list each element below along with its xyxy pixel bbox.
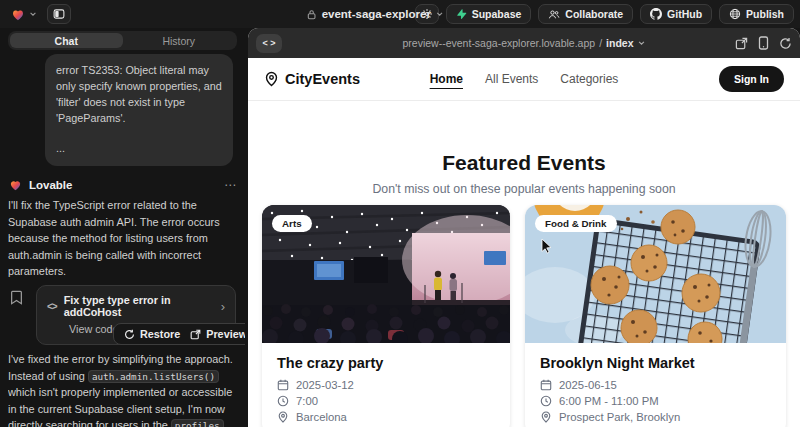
event-image-cookies: Food & Drink [525, 205, 786, 343]
toggle-sidebar-button[interactable] [47, 4, 71, 24]
chevron-down-icon [29, 10, 37, 18]
featured-events-title: Featured Events [248, 151, 800, 175]
bookmark-icon[interactable] [10, 290, 23, 305]
publish-button[interactable]: Publish [719, 4, 794, 24]
preview-label: Preview [206, 328, 245, 340]
clock-icon [277, 395, 289, 407]
preview-chrome-bar: < > preview--event-saga-explorer.lovable… [248, 28, 800, 58]
user-error-text: error TS2353: Object literal may only sp… [56, 63, 222, 127]
site-viewport: CityEvents Home All Events Categories Si… [248, 58, 800, 427]
event-location-row: Barcelona [277, 411, 495, 423]
mouse-cursor [541, 238, 553, 254]
preview-button[interactable]: Preview [190, 328, 245, 340]
version-hover-toolbar: Restore Preview [113, 323, 245, 345]
category-badge: Food & Drink [535, 215, 617, 232]
collaborate-label: Collaborate [565, 8, 623, 20]
inline-code: auth.admin.listUsers() [88, 370, 219, 383]
supabase-button[interactable]: Supabase [446, 4, 532, 24]
category-badge: Arts [272, 215, 312, 232]
tab-chat[interactable]: Chat [10, 33, 123, 48]
chevron-down-icon [436, 10, 444, 18]
restore-icon [124, 329, 135, 340]
event-title: The crazy party [277, 355, 495, 371]
lovable-logo-menu[interactable] [6, 5, 41, 24]
event-cards-row: Arts The crazy party 2025-03-12 [262, 205, 786, 427]
top-bar: event-saga-explorer Supabase [0, 0, 800, 28]
message-menu-button[interactable]: ⋯ [224, 178, 237, 192]
refresh-icon[interactable] [779, 37, 792, 50]
chevron-down-icon [637, 39, 645, 47]
map-pin-icon [264, 71, 279, 87]
event-time-row: 6:00 PM - 11:00 PM [540, 395, 771, 407]
code-view-toggle[interactable]: < > [256, 34, 282, 53]
sign-in-button[interactable]: Sign In [719, 66, 784, 92]
inline-code: profiles [171, 419, 224, 427]
supabase-label: Supabase [472, 8, 522, 20]
user-error-bubble: error TS2353: Object literal may only sp… [45, 54, 233, 166]
panel-icon [53, 8, 65, 20]
chevron-right-icon: › [221, 299, 225, 314]
site-brand[interactable]: CityEvents [264, 71, 360, 87]
event-card[interactable]: Arts The crazy party 2025-03-12 [262, 205, 510, 427]
clock-icon [540, 395, 552, 407]
nav-home[interactable]: Home [430, 72, 463, 86]
event-date: 2025-06-15 [559, 379, 617, 391]
agent-message-1: I'll fix the TypeScript error related to… [8, 197, 237, 280]
nav-all-events[interactable]: All Events [485, 72, 538, 86]
site-nav: Home All Events Categories [430, 72, 619, 86]
people-icon [548, 9, 560, 20]
event-time-row: 7:00 [277, 395, 495, 407]
supabase-icon [456, 9, 467, 20]
map-pin-icon [540, 411, 552, 423]
featured-events-subtitle: Don't miss out on these popular events h… [248, 182, 800, 196]
globe-icon [729, 8, 741, 20]
code-card-title: Fix type type error in addCoHost [64, 294, 214, 318]
url-separator: / [599, 37, 602, 49]
lovable-heart-icon [10, 7, 26, 22]
open-in-new-window-icon[interactable] [735, 37, 748, 50]
map-pin-icon [277, 411, 289, 423]
lovable-editor-window: event-saga-explorer Supabase [0, 0, 800, 427]
calendar-icon [277, 379, 289, 391]
site-header: CityEvents Home All Events Categories Si… [248, 58, 800, 101]
project-switcher[interactable]: event-saga-explorer [307, 0, 444, 28]
mobile-view-icon[interactable] [758, 36, 769, 50]
url-page: index [606, 37, 633, 49]
chat-sidebar: error TS2353: Object literal may only sp… [0, 28, 245, 427]
publish-label: Publish [746, 8, 784, 20]
tab-history[interactable]: History [123, 33, 236, 48]
github-button[interactable]: GitHub [640, 4, 712, 24]
error-truncation-ellipsis: ... [56, 141, 222, 157]
event-date-row: 2025-06-15 [540, 379, 771, 391]
restore-label: Restore [140, 328, 180, 340]
agent-header: Lovable ⋯ [8, 178, 237, 192]
event-time: 6:00 PM - 11:00 PM [559, 395, 659, 407]
agent-message-2: I've fixed the error by simplifying the … [8, 351, 237, 427]
preview-pane: < > preview--event-saga-explorer.lovable… [248, 28, 800, 427]
event-title: Brooklyn Night Market [540, 355, 771, 371]
event-location: Barcelona [296, 411, 347, 423]
event-date-row: 2025-03-12 [277, 379, 495, 391]
github-label: GitHub [667, 8, 702, 20]
github-icon [650, 8, 662, 20]
code-icon: <> [47, 301, 57, 312]
event-location: Prospect Park, Brooklyn [559, 411, 680, 423]
event-card[interactable]: Food & Drink Brooklyn Night Market 2025-… [525, 205, 786, 427]
collaborate-button[interactable]: Collaborate [538, 4, 633, 24]
nav-categories[interactable]: Categories [560, 72, 618, 86]
preview-url[interactable]: preview--event-saga-explorer.lovable.app… [403, 37, 646, 49]
event-location-row: Prospect Park, Brooklyn [540, 411, 771, 423]
event-time: 7:00 [296, 395, 318, 407]
lock-icon [307, 9, 317, 20]
project-name: event-saga-explorer [322, 8, 431, 20]
external-preview-icon [190, 329, 201, 340]
event-date: 2025-03-12 [296, 379, 354, 391]
brand-name: CityEvents [285, 71, 360, 87]
calendar-icon [540, 379, 552, 391]
chat-tabbar: Chat History [8, 31, 237, 50]
event-image-conference: Arts [262, 205, 510, 343]
url-host: preview--event-saga-explorer.lovable.app [403, 37, 596, 49]
lovable-heart-icon [8, 178, 23, 192]
restore-button[interactable]: Restore [124, 328, 180, 340]
agent-name: Lovable [29, 179, 72, 191]
